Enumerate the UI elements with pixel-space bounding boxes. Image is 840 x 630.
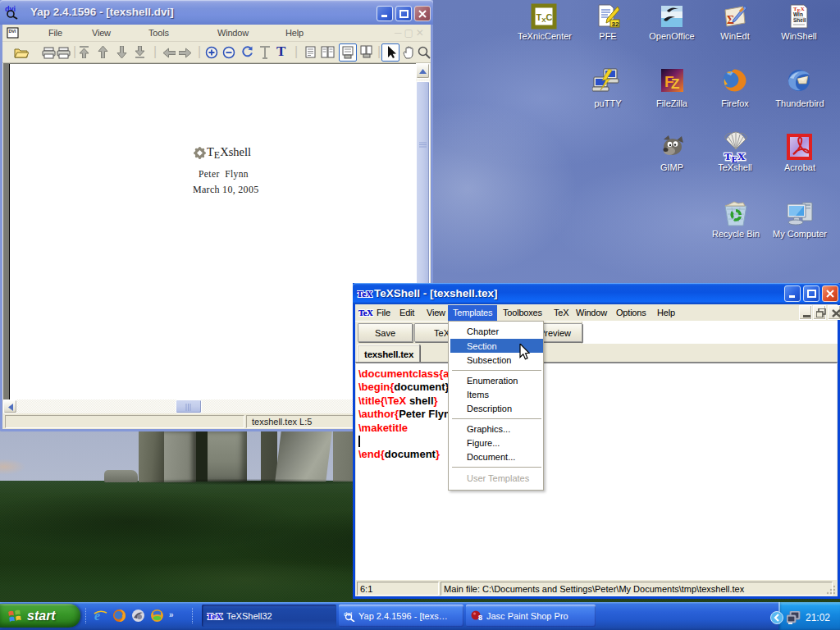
svg-text:TeX: TeX <box>357 289 372 299</box>
svg-text:32: 32 <box>612 21 619 28</box>
svg-text:8: 8 <box>478 614 482 622</box>
svg-text:TeX: TeX <box>358 308 373 317</box>
svg-text:TEX: TEX <box>724 150 746 162</box>
svg-text:DVI: DVI <box>9 29 16 34</box>
svg-text:Win: Win <box>793 11 803 17</box>
svg-text:TeX: TeX <box>207 611 222 621</box>
svg-text:Z: Z <box>671 76 679 92</box>
svg-text:e: e <box>94 609 100 623</box>
